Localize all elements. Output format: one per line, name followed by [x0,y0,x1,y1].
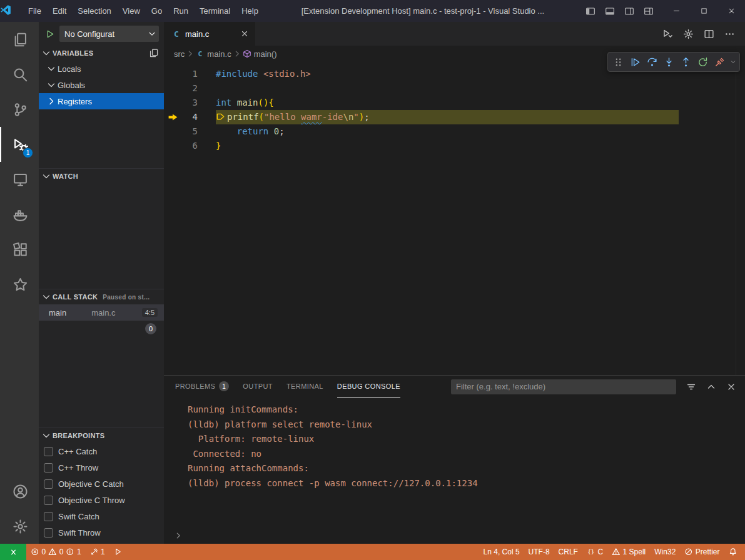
tab-main-c[interactable]: C main.c [164,22,255,46]
activity-explorer[interactable] [0,22,39,57]
step-into-button[interactable] [661,54,677,71]
close-window-button[interactable] [717,0,745,22]
layout-customize-button[interactable] [640,2,657,20]
menu-view[interactable]: View [117,0,146,22]
panel-tab-problems[interactable]: PROBLEMS1 [175,376,229,398]
menu-edit[interactable]: Edit [47,0,72,22]
debug-console-input[interactable] [164,528,745,544]
launch-settings-button[interactable] [683,29,694,39]
stack-frame[interactable]: mainmain.c4:5 [39,304,164,321]
gutter[interactable] [164,110,181,124]
run-or-debug-button[interactable] [662,29,673,39]
activity-wamr-ide[interactable] [0,267,39,302]
code-line-4[interactable]: 4printf("hello wamr-ide\n"); [164,110,745,124]
breakpoint-checkbox[interactable] [44,512,53,521]
copy-value-icon[interactable] [149,48,159,58]
cursor-position[interactable]: Ln 4, Col 5 [479,544,524,560]
chevron-down-icon [41,292,51,302]
drag-gripper[interactable] [610,54,627,71]
close-panel-icon[interactable] [726,382,736,392]
breakpoint-checkbox[interactable] [44,447,53,456]
filter-icon[interactable] [686,382,696,392]
prettier[interactable]: Prettier [680,544,724,560]
split-editor-button[interactable] [704,29,714,39]
gutter[interactable] [164,124,181,139]
panel-tab-terminal[interactable]: TERMINAL [286,376,323,398]
breadcrumb-src[interactable]: src [174,49,185,59]
menu-run[interactable]: Run [168,0,194,22]
menu-selection[interactable]: Selection [72,0,116,22]
breakpoint-checkbox[interactable] [44,463,53,472]
language-mode[interactable]: {}C [582,544,607,560]
activity-source-control[interactable] [0,92,39,127]
activity-docker[interactable] [0,197,39,232]
activity-accounts[interactable] [0,474,39,509]
activity-settings[interactable] [0,509,39,544]
session-picker-chevron[interactable] [728,54,737,71]
maximize-panel-icon[interactable] [706,382,716,392]
continue-button[interactable] [627,54,644,71]
activity-extensions[interactable] [0,232,39,267]
panel-tab-output[interactable]: OUTPUT [243,376,273,398]
variables-pane-header[interactable]: VARIABLES [39,46,164,61]
menu-go[interactable]: Go [146,0,168,22]
breakpoint-checkbox[interactable] [44,528,53,538]
code-line-6[interactable]: 6} [164,139,745,153]
breakpoint-item-swift-throw[interactable]: Swift Throw [39,524,164,541]
menu-terminal[interactable]: Terminal [194,0,236,22]
layout-panel-button[interactable] [601,2,619,20]
panel-tab-debug-console[interactable]: DEBUG CONSOLE [337,376,400,398]
maximize-button[interactable] [690,0,717,22]
breakpoints-pane-header[interactable]: BREAKPOINTS [39,428,164,443]
code-line-3[interactable]: 3int main(){ [164,96,745,110]
encoding[interactable]: UTF-8 [524,544,554,560]
debug-config-select[interactable]: No Configurat [59,26,159,42]
variables-item-locals[interactable]: Locals [39,61,164,77]
gutter[interactable] [164,81,181,96]
restart-button[interactable] [694,54,711,71]
close-tab-icon[interactable] [240,29,249,38]
variables-item-globals[interactable]: Globals [39,77,164,93]
code-line-5[interactable]: 5 return 0; [164,124,745,139]
minimize-button[interactable] [662,0,690,22]
breakpoint-item-objective-c-catch[interactable]: Objective C Catch [39,476,164,492]
code-editor[interactable]: 1#include <stdio.h>23int main(){4printf(… [164,62,745,375]
gutter[interactable] [164,67,181,81]
notifications[interactable] [724,544,742,560]
debug-indicator[interactable] [109,544,127,560]
gutter[interactable] [164,96,181,110]
breadcrumb-main[interactable]: main() [243,49,277,59]
disconnect-button[interactable] [711,54,728,71]
activity-remote-explorer[interactable] [0,162,39,197]
layout-sidebar-button[interactable] [582,2,599,20]
remote-indicator[interactable] [0,544,26,560]
eol[interactable]: CRLF [554,544,582,560]
tasks-indicator[interactable]: 1 [86,544,109,560]
breakpoint-checkbox[interactable] [44,479,53,489]
breakpoint-item-c-catch[interactable]: C++ Catch [39,443,164,459]
breakpoint-item-c-throw[interactable]: C++ Throw [39,459,164,476]
layout-sidebar-right-button[interactable] [621,2,638,20]
step-out-button[interactable] [677,54,694,71]
activity-run-and-debug[interactable]: 1 [0,127,39,162]
spell-checker[interactable]: 1 Spell [607,544,650,560]
code-line-2[interactable]: 2 [164,81,745,96]
step-over-button[interactable] [644,54,661,71]
breakpoint-checkbox[interactable] [44,496,53,505]
variables-item-registers[interactable]: Registers [39,93,164,109]
problems-indicator[interactable]: 001 [26,544,86,560]
call-stack-pane-header[interactable]: CALL STACK Paused on st... [39,289,164,304]
watch-pane-header[interactable]: WATCH [39,169,164,184]
breadcrumb-main-c[interactable]: Cmain.c [196,49,231,59]
gutter[interactable] [164,139,181,153]
menu-file[interactable]: File [23,0,47,22]
console-filter-input[interactable] [451,379,676,394]
start-debug-icon[interactable] [46,29,55,39]
breakpoint-item-objective-c-throw[interactable]: Objective C Throw [39,492,164,508]
breakpoint-item-swift-catch[interactable]: Swift Catch [39,508,164,524]
platform[interactable]: Win32 [650,544,680,560]
more-actions-button[interactable] [724,29,735,39]
menu-help[interactable]: Help [236,0,264,22]
activity-search[interactable] [0,57,39,92]
debug-console-output[interactable]: Running initCommands:(lldb) platform sel… [164,398,745,528]
